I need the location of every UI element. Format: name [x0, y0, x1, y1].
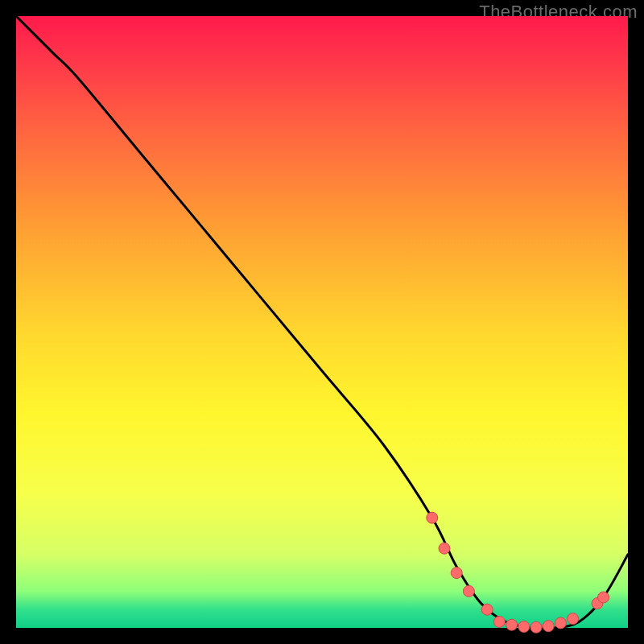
curve-svg: [16, 16, 628, 628]
curve-marker: [451, 568, 462, 579]
curve-marker: [463, 585, 474, 597]
curve-marker: [481, 604, 493, 615]
curve-markers: [427, 512, 609, 633]
plot-area: [16, 16, 628, 628]
bottleneck-curve: [16, 16, 628, 629]
curve-marker: [530, 621, 542, 633]
curve-marker: [568, 613, 579, 625]
curve-marker: [555, 617, 566, 629]
curve-marker: [543, 621, 554, 632]
chart-frame: TheBottleneck.com: [0, 0, 644, 644]
curve-marker: [427, 512, 438, 523]
curve-marker: [598, 592, 609, 603]
curve-marker: [506, 619, 518, 630]
curve-marker: [439, 543, 450, 554]
curve-marker: [493, 616, 505, 627]
curve-marker: [518, 621, 530, 632]
